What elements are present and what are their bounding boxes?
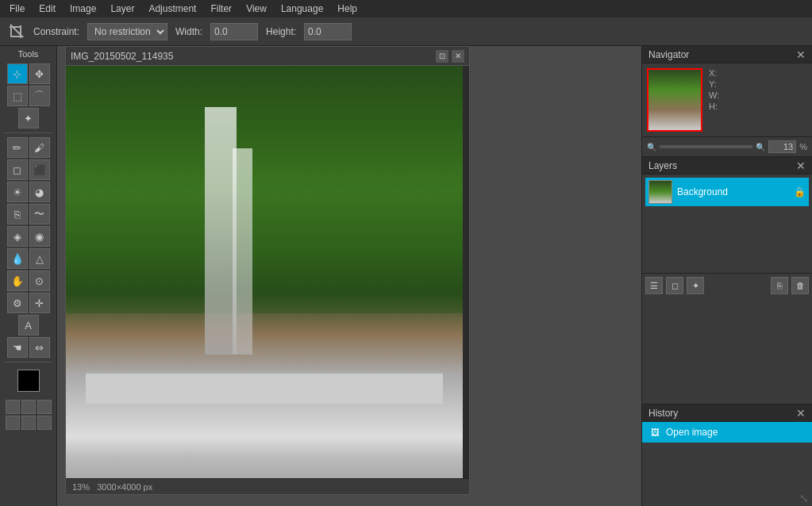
text-tool[interactable]: A xyxy=(18,315,39,335)
history-close-button[interactable]: ✕ xyxy=(796,407,806,420)
width-label: Width: xyxy=(175,26,202,37)
triangle-tool[interactable]: △ xyxy=(29,248,50,269)
zoom-out-icon: 🔍 xyxy=(647,143,656,151)
tools-panel: Tools ⊹ ✥ ⬚ ⌒ ✦ ✏ 🖌 ◻ ⬛ ☀ ◕ ⎘ 〜 ◈ xyxy=(0,46,57,506)
menu-adjustment[interactable]: Adjustment xyxy=(142,2,202,16)
zoom-percent-label: % xyxy=(799,142,807,151)
layers-content: Background 🔒 xyxy=(642,174,812,209)
menu-help[interactable]: Help xyxy=(331,2,364,16)
foliage-layer xyxy=(66,66,463,313)
eraser-tool[interactable]: ◻ xyxy=(7,159,28,180)
measure-tool[interactable]: ⇔ xyxy=(29,337,50,358)
menu-edit[interactable]: Edit xyxy=(33,2,62,16)
separator-2 xyxy=(5,362,52,362)
navigator-coords: X: Y: W: H: xyxy=(709,68,719,132)
lasso-tool[interactable]: ⌒ xyxy=(29,86,50,106)
foreground-color[interactable] xyxy=(17,370,40,392)
warp-tool[interactable]: ⚙ xyxy=(7,293,28,313)
menu-language[interactable]: Language xyxy=(275,2,329,16)
width-input[interactable] xyxy=(210,23,258,40)
zoom-in-icon: 🔍 xyxy=(756,143,765,151)
navigator-close-button[interactable]: ✕ xyxy=(796,48,806,61)
image-titlebar: IMG_20150502_114935 ⊡ ✕ xyxy=(66,47,469,66)
navigator-thumbnail xyxy=(647,68,702,132)
crop-tool-icon xyxy=(6,22,25,41)
right-panels: Navigator ✕ X: Y: W: H: 🔍 🔍 % xyxy=(641,46,812,506)
menu-layer[interactable]: Layer xyxy=(104,2,140,16)
navigator-header: Navigator ✕ xyxy=(642,46,812,63)
heal-tool[interactable]: ✦ xyxy=(18,108,39,128)
history-item-name: Open image xyxy=(666,427,718,438)
image-dimensions xyxy=(90,482,97,492)
canvas-image xyxy=(66,66,463,478)
height-input[interactable] xyxy=(304,23,352,40)
zoom-input[interactable] xyxy=(768,140,796,153)
crosshair-tool[interactable]: ✛ xyxy=(29,293,50,313)
blur-tool[interactable]: ◉ xyxy=(29,226,50,247)
select-ellipse-tool[interactable]: ⬚ xyxy=(7,86,28,106)
navigator-zoom-bar: 🔍 🔍 % xyxy=(642,136,812,156)
bridge-element xyxy=(86,371,443,404)
zoom-symbol: % xyxy=(82,482,90,492)
layers-close-button[interactable]: ✕ xyxy=(796,159,806,172)
waterfall-2 xyxy=(233,148,252,355)
zoom-slider[interactable] xyxy=(660,145,752,148)
pencil-tool[interactable]: ✏ xyxy=(7,137,28,158)
select-rect-tool[interactable]: ⊹ xyxy=(7,63,28,84)
grid-btn-6[interactable] xyxy=(37,416,52,430)
clone-tool[interactable]: ⎘ xyxy=(7,204,28,224)
menu-file[interactable]: File xyxy=(3,2,31,16)
w-label: W: xyxy=(709,90,719,100)
image-canvas xyxy=(66,66,463,478)
hand-tool[interactable]: ✋ xyxy=(7,270,28,291)
layer-item-background[interactable]: Background 🔒 xyxy=(645,178,809,206)
tools-title: Tools xyxy=(18,49,39,59)
image-expand-button[interactable]: ⊡ xyxy=(436,50,448,63)
grid-btn-5[interactable] xyxy=(21,416,36,430)
constraint-select[interactable]: No restriction xyxy=(87,23,167,40)
menubar: File Edit Image Layer Adjustment Filter … xyxy=(0,0,812,17)
layers-footer: ☰ ◻ ✦ ⎘ 🗑 xyxy=(642,273,812,297)
sharpen-tool[interactable]: ◈ xyxy=(7,226,28,247)
menu-filter[interactable]: Filter xyxy=(204,2,238,16)
menu-view[interactable]: View xyxy=(240,2,273,16)
tool-grid xyxy=(6,400,52,430)
history-empty-space xyxy=(642,443,812,490)
grid-btn-3[interactable] xyxy=(37,400,52,414)
dimensions-text: 3000×4000 px xyxy=(97,482,152,492)
move-tool[interactable]: ✥ xyxy=(29,63,50,84)
brush-tool[interactable]: 🖌 xyxy=(29,137,50,158)
image-close-button[interactable]: ✕ xyxy=(452,50,464,63)
dodge-tool[interactable]: ☀ xyxy=(7,182,28,202)
image-window: IMG_20150502_114935 ⊡ ✕ 13 % 3000×40 xyxy=(65,46,470,495)
layers-empty-space xyxy=(642,209,812,273)
layer-name: Background xyxy=(677,186,789,197)
separator-1 xyxy=(5,132,52,133)
zoom-value: 13 xyxy=(72,482,82,492)
fill-tool[interactable]: ⬛ xyxy=(29,159,50,180)
history-item-icon: 🖼 xyxy=(648,426,661,439)
layer-copy-btn[interactable]: ⎘ xyxy=(771,277,788,294)
grid-btn-1[interactable] xyxy=(6,400,20,414)
grid-btn-4[interactable] xyxy=(6,416,20,430)
history-panel: History ✕ 🖼 Open image ⤡ xyxy=(642,404,812,506)
layer-delete-btn[interactable]: 🗑 xyxy=(791,277,809,294)
burn-tool[interactable]: ◕ xyxy=(29,182,50,202)
layer-mask-btn[interactable]: ◻ xyxy=(666,277,683,294)
pan-tool[interactable]: ☚ xyxy=(7,337,28,358)
menu-image[interactable]: Image xyxy=(63,2,102,16)
history-title: History xyxy=(648,408,678,419)
history-item-open[interactable]: 🖼 Open image xyxy=(642,422,812,443)
grid-btn-2[interactable] xyxy=(21,400,36,414)
zoom-tool[interactable]: ⊙ xyxy=(29,270,50,291)
smudge-tool[interactable]: 〜 xyxy=(29,204,50,224)
layer-effect-btn[interactable]: ✦ xyxy=(687,277,704,294)
status-bar: 13 % 3000×4000 px xyxy=(66,478,469,494)
image-title: IMG_20150502_114935 xyxy=(71,51,173,62)
dropper-tool[interactable]: 💧 xyxy=(7,248,28,269)
height-label: Height: xyxy=(266,26,296,37)
layer-option-btn[interactable]: ☰ xyxy=(645,277,663,294)
navigator-content: X: Y: W: H: xyxy=(642,63,812,136)
canvas-area: IMG_20150502_114935 ⊡ ✕ 13 % 3000×40 xyxy=(57,46,641,506)
main-layout: Tools ⊹ ✥ ⬚ ⌒ ✦ ✏ 🖌 ◻ ⬛ ☀ ◕ ⎘ 〜 ◈ xyxy=(0,46,812,506)
